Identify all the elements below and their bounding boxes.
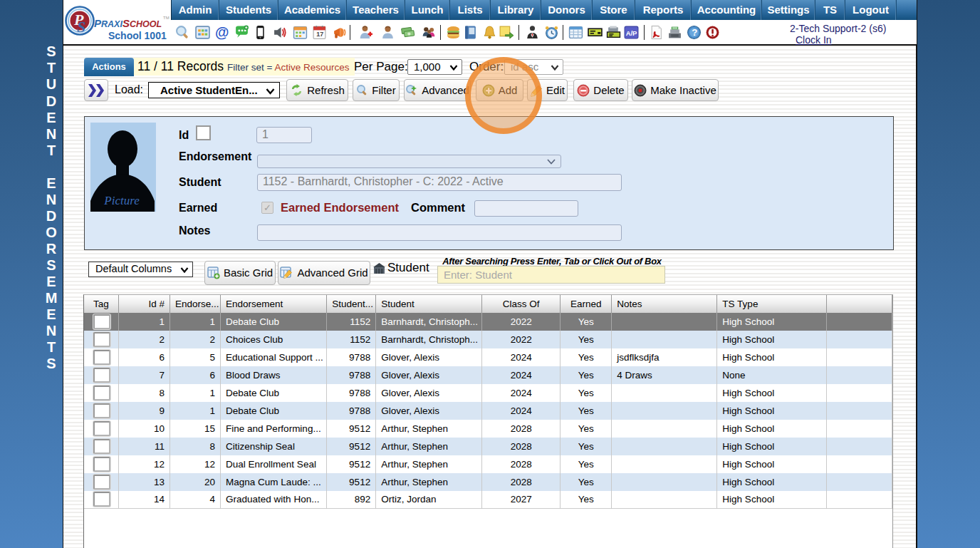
svg-text:?: ? — [692, 27, 697, 38]
svg-text:S: S — [77, 18, 85, 36]
svg-text:Picture: Picture — [103, 194, 140, 207]
svg-text:TM: TM — [163, 16, 170, 20]
svg-text:PRAXISCHOOL: PRAXISCHOOL — [94, 17, 162, 29]
svg-text:School 1001: School 1001 — [108, 30, 167, 41]
svg-text:@: @ — [215, 25, 229, 40]
svg-text:17: 17 — [316, 31, 323, 38]
svg-text:A/P: A/P — [625, 29, 637, 37]
